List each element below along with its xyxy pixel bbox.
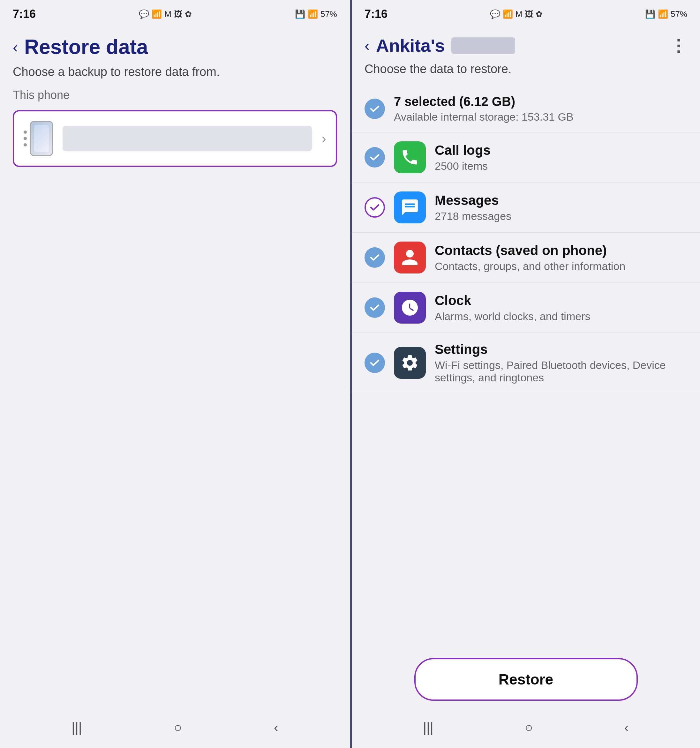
status-bar-left: 7:16 💬 📶 M 🖼 ✿ 💾 📶 57% bbox=[0, 0, 350, 26]
call-logs-info: Call logs 2500 items bbox=[435, 143, 687, 172]
battery-right: 57% bbox=[671, 9, 687, 19]
right-header-left: ‹ Ankita's bbox=[365, 35, 515, 56]
menu-nav-right[interactable]: ||| bbox=[423, 720, 434, 735]
left-header: ‹ Restore data bbox=[0, 26, 350, 65]
settings-name: Settings bbox=[435, 342, 687, 357]
status-bar-right: 7:16 💬 📶 M 🖼 ✿ 💾 📶 57% bbox=[352, 0, 700, 26]
nav-bar-right: ||| ○ ‹ bbox=[352, 713, 700, 748]
data-list: 7 selected (6.12 GB) Available internal … bbox=[352, 85, 700, 648]
page-title-left: Restore data bbox=[24, 35, 148, 59]
all-storage-label: Available internal storage: 153.31 GB bbox=[394, 111, 574, 123]
wifi-icon: 📶 bbox=[308, 9, 318, 19]
section-label: This phone bbox=[0, 85, 350, 107]
whatsapp-icon: 💬 bbox=[139, 9, 149, 19]
messages-detail: 2718 messages bbox=[435, 210, 687, 222]
right-subtitle: Choose the data to restore. bbox=[352, 62, 700, 85]
backup-card[interactable]: › bbox=[13, 110, 337, 167]
restore-button-wrap: Restore bbox=[352, 648, 700, 713]
messages-info: Messages 2718 messages bbox=[435, 193, 687, 222]
messages-icon bbox=[394, 192, 426, 223]
whatsapp-icon-r: 💬 bbox=[490, 9, 500, 19]
device-name-blurred bbox=[451, 37, 515, 54]
back-nav-left[interactable]: ‹ bbox=[274, 720, 278, 735]
contacts-check[interactable] bbox=[365, 247, 385, 268]
left-panel: 7:16 💬 📶 M 🖼 ✿ 💾 📶 57% ‹ Restore data Ch… bbox=[0, 0, 350, 748]
left-subtitle: Choose a backup to restore data from. bbox=[0, 65, 350, 85]
save-icon-r: 💾 bbox=[645, 9, 655, 19]
device-icon bbox=[30, 121, 53, 156]
back-button-right[interactable]: ‹ bbox=[365, 37, 370, 54]
dots-icon bbox=[24, 131, 27, 146]
settings-check[interactable] bbox=[365, 353, 385, 373]
home-nav-left[interactable]: ○ bbox=[174, 720, 182, 735]
call-logs-name: Call logs bbox=[435, 143, 687, 158]
contacts-icon bbox=[394, 242, 426, 274]
right-panel: 7:16 💬 📶 M 🖼 ✿ 💾 📶 57% ‹ Ankita's ⋮ Choo… bbox=[352, 0, 700, 748]
contacts-name: Contacts (saved on phone) bbox=[435, 243, 687, 258]
gmail-icon: M bbox=[164, 9, 171, 19]
settings-row[interactable]: Settings Wi-Fi settings, Paired Bluetoot… bbox=[352, 333, 700, 393]
signal-icon-r: 📶 bbox=[503, 9, 513, 19]
contacts-info: Contacts (saved on phone) Contacts, grou… bbox=[435, 243, 687, 272]
menu-nav-left[interactable]: ||| bbox=[72, 720, 82, 735]
right-page-title: Ankita's bbox=[376, 35, 445, 56]
back-nav-right[interactable]: ‹ bbox=[624, 720, 629, 735]
contacts-detail: Contacts, groups, and other information bbox=[435, 260, 687, 272]
messages-check[interactable] bbox=[365, 197, 385, 217]
home-nav-right[interactable]: ○ bbox=[525, 720, 533, 735]
save-icon: 💾 bbox=[295, 9, 305, 19]
status-icons-left: 💬 📶 M 🖼 ✿ bbox=[139, 9, 192, 19]
wifi-icon-r: 📶 bbox=[658, 9, 668, 19]
back-button-left[interactable]: ‹ bbox=[13, 38, 18, 56]
clock-detail: Alarms, world clocks, and timers bbox=[435, 310, 687, 322]
time-left: 7:16 bbox=[13, 8, 36, 21]
all-info: 7 selected (6.12 GB) Available internal … bbox=[394, 94, 574, 123]
call-logs-row[interactable]: Call logs 2500 items bbox=[352, 132, 700, 182]
phone-icon-wrap bbox=[24, 121, 53, 156]
settings-icon bbox=[394, 347, 426, 379]
clock-icon bbox=[394, 292, 426, 324]
card-chevron-icon: › bbox=[321, 131, 326, 146]
gallery-icon: 🖼 bbox=[174, 9, 182, 19]
all-selected-label: 7 selected (6.12 GB) bbox=[394, 94, 574, 109]
gallery-icon-r: 🖼 bbox=[525, 9, 533, 19]
settings-info: Settings Wi-Fi settings, Paired Bluetoot… bbox=[435, 342, 687, 384]
extra-icon-r: ✿ bbox=[536, 9, 543, 19]
call-logs-detail: 2500 items bbox=[435, 160, 687, 172]
restore-button[interactable]: Restore bbox=[414, 658, 638, 701]
signal-icon: 📶 bbox=[152, 9, 162, 19]
battery-left: 57% bbox=[321, 9, 337, 19]
status-right-left: 💾 📶 57% bbox=[295, 9, 337, 19]
all-selected-row[interactable]: 7 selected (6.12 GB) Available internal … bbox=[352, 85, 700, 132]
backup-info-blurred bbox=[62, 126, 312, 151]
right-header: ‹ Ankita's ⋮ bbox=[352, 26, 700, 62]
status-icons-right: 💬 📶 M 🖼 ✿ bbox=[490, 9, 543, 19]
status-right-right: 💾 📶 57% bbox=[645, 9, 687, 19]
messages-name: Messages bbox=[435, 193, 687, 208]
call-logs-check[interactable] bbox=[365, 147, 385, 167]
all-check-circle[interactable] bbox=[365, 99, 385, 119]
call-logs-icon bbox=[394, 141, 426, 173]
nav-bar-left: ||| ○ ‹ bbox=[0, 713, 350, 748]
contacts-row[interactable]: Contacts (saved on phone) Contacts, grou… bbox=[352, 233, 700, 283]
gmail-icon-r: M bbox=[516, 9, 522, 19]
clock-name: Clock bbox=[435, 293, 687, 308]
clock-info: Clock Alarms, world clocks, and timers bbox=[435, 293, 687, 322]
settings-detail: Wi-Fi settings, Paired Bluetooth devices… bbox=[435, 359, 687, 384]
clock-row[interactable]: Clock Alarms, world clocks, and timers bbox=[352, 283, 700, 333]
clock-check[interactable] bbox=[365, 297, 385, 318]
messages-row[interactable]: Messages 2718 messages bbox=[352, 182, 700, 233]
extra-icon: ✿ bbox=[185, 9, 192, 19]
time-right: 7:16 bbox=[365, 8, 388, 21]
more-options-button[interactable]: ⋮ bbox=[670, 36, 687, 55]
